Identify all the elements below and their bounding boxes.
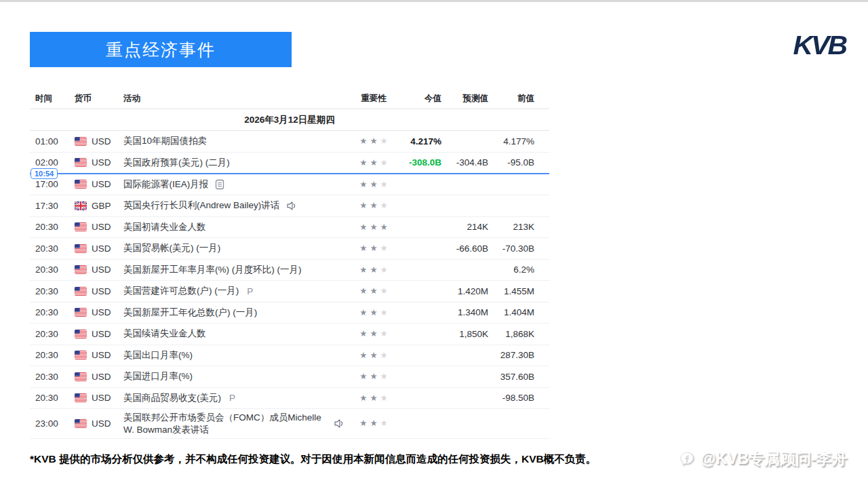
- table-row: 20:30 USD 美国初请失业金人数 ★★★ 214K 213K: [30, 217, 549, 239]
- currency-code: USD: [92, 265, 111, 275]
- us-flag-icon: [75, 244, 87, 253]
- star-empty-icon: ★: [380, 287, 388, 296]
- preliminary-flag: P: [229, 393, 235, 403]
- event-time: 20:30: [30, 286, 75, 296]
- previous-value: 1.455M: [488, 286, 534, 296]
- importance-stars: ★★★: [353, 266, 395, 275]
- star-filled-icon: ★: [359, 394, 367, 403]
- activity-cell: 美国新屋开工年化总数(户) (一月): [123, 304, 353, 321]
- previous-value: 1,868K: [488, 329, 534, 339]
- kvb-logo: KVB: [793, 31, 846, 61]
- event-time: 20:30: [30, 243, 75, 254]
- table-row: 20:30 USD 美国出口月率(%) ★★★ 287.30B: [30, 345, 549, 367]
- activity-name: 美国进口月率(%): [123, 368, 193, 385]
- event-time: 17:30: [30, 201, 75, 211]
- forecast-value: -66.60B: [441, 243, 488, 254]
- star-filled-icon: ★: [370, 159, 377, 168]
- currency-cell: USD: [75, 372, 123, 382]
- star-filled-icon: ★: [359, 244, 367, 253]
- event-time: 01:00: [30, 136, 75, 146]
- column-header-importance: 重要性: [353, 93, 395, 104]
- currency-code: USD: [92, 418, 111, 429]
- event-time: 20:30: [30, 350, 75, 360]
- currency-code: USD: [92, 286, 111, 296]
- us-flag-icon: [75, 137, 87, 146]
- star-filled-icon: ★: [370, 287, 377, 296]
- currency-code: USD: [92, 372, 111, 382]
- event-time: 02:00: [30, 157, 75, 168]
- currency-code: USD: [92, 179, 111, 189]
- table-header-row: 时间 货币 活动 重要性 今值 预测值 前值: [30, 89, 549, 109]
- star-empty-icon: ★: [380, 330, 388, 338]
- page-title: 重点经济事件: [106, 39, 216, 61]
- activity-name: 美国贸易帐(美元) (一月): [123, 239, 220, 257]
- activity-name: 美国新屋开工年化总数(户) (一月): [123, 304, 257, 321]
- importance-stars: ★★★: [353, 244, 395, 253]
- event-time: 20:30: [30, 372, 75, 382]
- date-group-header: 2026年3月12日星期四: [30, 109, 549, 131]
- us-flag-icon: [75, 330, 87, 338]
- table-body: 01:00 USD 美国10年期国债拍卖 ★★★ 4.217% 4.177% 0…: [30, 131, 549, 439]
- us-flag-icon: [75, 308, 87, 317]
- activity-cell: 美国10年期国债拍卖: [123, 132, 353, 150]
- activity-cell: 美国出口月率(%): [123, 347, 353, 364]
- currency-code: GBP: [92, 201, 111, 211]
- currency-code: USD: [92, 393, 111, 403]
- column-header-forecast: 预测值: [441, 93, 488, 104]
- table-row: 20:30 USD 美国进口月率(%) ★★★ 357.60B: [30, 366, 549, 388]
- top-border-strip: [0, 0, 868, 2]
- us-flag-icon: [75, 222, 87, 231]
- column-header-time: 时间: [30, 93, 75, 104]
- table-row: 20:30 USD 美国新屋开工年率月率(%) (月度环比) (一月) ★★★ …: [30, 260, 549, 281]
- table-row: 17:00 USD 国际能源署(IEA)月报 ★★★: [30, 174, 549, 196]
- forecast-value: 1.420M: [441, 286, 488, 296]
- star-filled-icon: ★: [370, 137, 377, 146]
- star-filled-icon: ★: [359, 309, 367, 317]
- currency-cell: USD: [75, 157, 123, 168]
- star-filled-icon: ★: [380, 223, 388, 232]
- economic-calendar-table: 时间 货币 活动 重要性 今值 预测值 前值 2026年3月12日星期四 01:…: [30, 89, 549, 439]
- activity-cell: 美国政府预算(美元) (二月): [123, 154, 353, 172]
- watermark-text: @KVB专属顾问-李舟: [701, 448, 848, 469]
- activity-cell: 美国初请失业金人数: [123, 218, 353, 236]
- forecast-value: 1.340M: [441, 307, 488, 317]
- table-row: 20:30 USD 美国续请失业金人数 ★★★ 1,850K 1,868K: [30, 324, 549, 345]
- currency-cell: USD: [75, 243, 123, 254]
- event-time: 20:30: [30, 329, 75, 339]
- activity-cell: 美国进口月率(%): [123, 368, 353, 385]
- gb-flag-icon: [75, 201, 87, 210]
- star-filled-icon: ★: [359, 266, 367, 275]
- activity-name: 美国营建许可总数(户) (一月): [123, 282, 239, 300]
- us-flag-icon: [75, 180, 87, 189]
- importance-stars: ★★★: [353, 137, 395, 146]
- star-empty-icon: ★: [380, 351, 388, 360]
- previous-value: -95.0B: [488, 157, 534, 168]
- activity-name: 美国新屋开工年率月率(%) (月度环比) (一月): [123, 261, 301, 279]
- star-empty-icon: ★: [380, 394, 388, 403]
- event-time: 20:30: [30, 222, 75, 232]
- activity-name: 美国联邦公开市场委员会（FOMC）成员Michelle W. Bowman发表讲…: [123, 409, 327, 438]
- table-row: 01:00 USD 美国10年期国债拍卖 ★★★ 4.217% 4.177%: [30, 131, 549, 153]
- disclaimer-text: *KVB 提供的市场分析仅供参考，并不构成任何投资建议。对于因使用本新闻信息而造…: [30, 452, 596, 467]
- currency-cell: USD: [75, 136, 123, 146]
- activity-cell: 美国联邦公开市场委员会（FOMC）成员Michelle W. Bowman发表讲…: [123, 409, 353, 438]
- preliminary-flag: P: [247, 286, 253, 296]
- importance-stars: ★★★: [353, 309, 395, 317]
- forecast-value: 1,850K: [441, 329, 488, 339]
- table-row: 20:30 USD 美国营建许可总数(户) (一月) P ★★★ 1.420M …: [30, 281, 549, 302]
- star-empty-icon: ★: [380, 244, 388, 253]
- us-flag-icon: [75, 419, 87, 428]
- star-filled-icon: ★: [359, 201, 367, 210]
- star-empty-icon: ★: [380, 372, 388, 381]
- previous-value: 1.404M: [488, 307, 534, 317]
- activity-cell: 美国营建许可总数(户) (一月) P: [123, 282, 353, 300]
- star-filled-icon: ★: [370, 244, 377, 253]
- section-banner: 重点经济事件: [30, 32, 292, 67]
- previous-value: 6.2%: [488, 265, 534, 275]
- star-empty-icon: ★: [380, 419, 388, 428]
- importance-stars: ★★★: [353, 372, 395, 381]
- table-row: 17:30 GBP 英国央行行长贝利(Andrew Bailey)讲话 ★★★: [30, 195, 549, 217]
- importance-stars: ★★★: [353, 351, 395, 360]
- star-filled-icon: ★: [359, 223, 367, 232]
- activity-cell: 美国新屋开工年率月率(%) (月度环比) (一月): [123, 261, 353, 279]
